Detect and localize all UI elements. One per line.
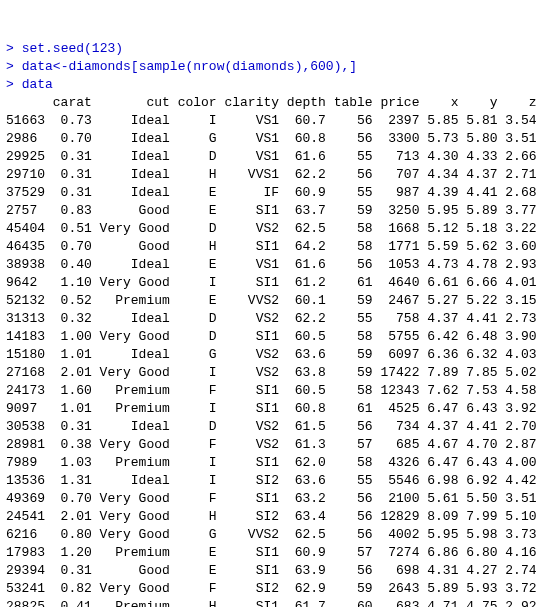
output-row: 14183 1.00 Very Good D SI1 60.5 58 5755 … bbox=[6, 329, 536, 344]
r-console[interactable]: > set.seed(123) > data<-diamonds[sample(… bbox=[0, 36, 536, 607]
output-row: 9642 1.10 Very Good I SI1 61.2 61 4640 6… bbox=[6, 275, 536, 290]
output-row: 29925 0.31 Ideal D VS1 61.6 55 713 4.30 … bbox=[6, 149, 536, 164]
output-row: 27168 2.01 Very Good I VS2 63.8 59 17422… bbox=[6, 365, 536, 380]
output-row: 46435 0.70 Good H SI1 64.2 58 1771 5.59 … bbox=[6, 239, 536, 254]
output-row: 2986 0.70 Ideal G VS1 60.8 56 3300 5.73 … bbox=[6, 131, 536, 146]
code-line: data bbox=[22, 77, 53, 92]
output-header: carat cut color clarity depth table pric… bbox=[6, 95, 536, 110]
output-row: 6216 0.80 Very Good G VVS2 62.5 56 4002 … bbox=[6, 527, 536, 542]
output-row: 38938 0.40 Ideal E VS1 61.6 56 1053 4.73… bbox=[6, 257, 536, 272]
prompt: > bbox=[6, 77, 14, 92]
output-row: 24173 1.60 Premium F SI1 60.5 58 12343 7… bbox=[6, 383, 536, 398]
output-row: 29394 0.31 Good E SI1 63.9 56 698 4.31 4… bbox=[6, 563, 536, 578]
output-row: 17983 1.20 Premium E SI1 60.9 57 7274 6.… bbox=[6, 545, 536, 560]
output-row: 13536 1.31 Ideal I SI2 63.6 55 5546 6.98… bbox=[6, 473, 536, 488]
output-row: 15180 1.01 Ideal G VS2 63.6 59 6097 6.36… bbox=[6, 347, 536, 362]
output-row: 28825 0.41 Premium H SI1 61.7 60 683 4.7… bbox=[6, 599, 536, 607]
output-row: 9097 1.01 Premium I SI1 60.8 61 4525 6.4… bbox=[6, 401, 536, 416]
output-row: 2757 0.83 Good E SI1 63.7 59 3250 5.95 5… bbox=[6, 203, 536, 218]
output-row: 7989 1.03 Premium I SI1 62.0 58 4326 6.4… bbox=[6, 455, 536, 470]
code-line: set.seed(123) bbox=[22, 41, 123, 56]
prompt: > bbox=[6, 59, 14, 74]
output-row: 45404 0.51 Very Good D VS2 62.5 58 1668 … bbox=[6, 221, 536, 236]
output-row: 37529 0.31 Ideal E IF 60.9 55 987 4.39 4… bbox=[6, 185, 536, 200]
output-row: 24541 2.01 Very Good H SI2 63.4 56 12829… bbox=[6, 509, 536, 524]
output-row: 31313 0.32 Ideal D VS2 62.2 55 758 4.37 … bbox=[6, 311, 536, 326]
output-row: 30538 0.31 Ideal D VS2 61.5 56 734 4.37 … bbox=[6, 419, 536, 434]
output-row: 29710 0.31 Ideal H VVS1 62.2 56 707 4.34… bbox=[6, 167, 536, 182]
output-row: 52132 0.52 Premium E VVS2 60.1 59 2467 5… bbox=[6, 293, 536, 308]
prompt: > bbox=[6, 41, 14, 56]
output-row: 49369 0.70 Very Good F SI1 63.2 56 2100 … bbox=[6, 491, 536, 506]
output-row: 53241 0.82 Very Good F SI2 62.9 59 2643 … bbox=[6, 581, 536, 596]
output-row: 28981 0.38 Very Good F VS2 61.3 57 685 4… bbox=[6, 437, 536, 452]
output-row: 51663 0.73 Ideal I VS1 60.7 56 2397 5.85… bbox=[6, 113, 536, 128]
code-line: data<-diamonds[sample(nrow(diamonds),600… bbox=[22, 59, 357, 74]
